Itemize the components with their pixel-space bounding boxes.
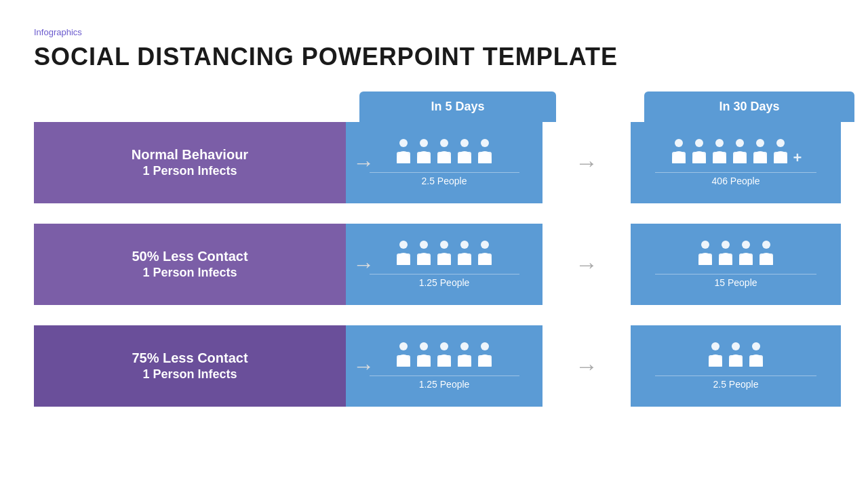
svg-rect-35 — [719, 253, 732, 265]
svg-rect-5 — [437, 152, 451, 163]
person-icon — [476, 342, 494, 370]
col-header-30days: In 30 Days — [644, 92, 854, 122]
people-icons — [395, 139, 494, 167]
column-headers: In 5 Days In 30 Days — [34, 92, 834, 122]
svg-point-40 — [399, 342, 408, 350]
svg-point-6 — [460, 139, 469, 147]
cell-30days: + 406 People — [631, 122, 841, 203]
svg-point-48 — [481, 342, 489, 350]
svg-point-22 — [399, 241, 408, 249]
svg-point-38 — [762, 241, 770, 249]
svg-rect-13 — [692, 152, 706, 163]
cell-5days-label: 2.5 People — [422, 176, 467, 186]
person-icon — [476, 241, 494, 268]
svg-rect-43 — [417, 355, 431, 367]
cell-30days: 15 People — [631, 224, 841, 305]
cell-5days-label: 1.25 People — [419, 277, 470, 288]
label-box: 50% Less Contact 1 Person Infects → — [34, 224, 346, 305]
svg-point-50 — [711, 342, 719, 350]
person-icon — [435, 342, 453, 370]
svg-rect-3 — [417, 152, 431, 163]
label-subtitle: 1 Person Infects — [142, 266, 237, 280]
row-spacer — [34, 214, 834, 224]
svg-point-54 — [752, 342, 760, 350]
svg-point-42 — [420, 342, 428, 350]
svg-rect-37 — [739, 253, 753, 265]
svg-point-52 — [732, 342, 740, 350]
col-header-5days: In 5 Days — [359, 92, 556, 122]
people-icons — [395, 342, 494, 370]
svg-rect-1 — [397, 152, 410, 163]
svg-rect-53 — [729, 355, 743, 367]
person-icon — [415, 342, 433, 370]
svg-rect-49 — [478, 355, 492, 367]
people-icons: + — [670, 139, 802, 167]
person-icon — [751, 139, 769, 167]
svg-rect-29 — [458, 253, 471, 265]
svg-point-28 — [460, 241, 469, 249]
person-icon — [435, 139, 453, 167]
label-subtitle: 1 Person Infects — [142, 367, 237, 382]
label-title: 75% Less Contact — [132, 350, 248, 366]
person-icon — [395, 139, 412, 167]
person-icon — [690, 139, 708, 167]
svg-point-26 — [440, 241, 448, 249]
label-box: 75% Less Contact 1 Person Infects → — [34, 325, 346, 407]
people-icons — [707, 342, 765, 370]
svg-point-14 — [715, 139, 724, 147]
person-icon — [747, 342, 765, 370]
rows-container: Normal Behaviour 1 Person Infects → — [34, 122, 834, 407]
label-box: Normal Behaviour 1 Person Infects → — [34, 122, 346, 203]
person-icon — [435, 241, 453, 268]
svg-rect-45 — [437, 355, 451, 367]
svg-point-30 — [481, 241, 489, 249]
person-icon — [737, 241, 755, 268]
svg-rect-17 — [733, 152, 747, 163]
person-icon — [717, 241, 734, 268]
person-icon — [711, 139, 728, 167]
cell-5days: 1.25 People — [346, 325, 542, 407]
svg-point-4 — [440, 139, 448, 147]
label-title: Normal Behaviour — [132, 147, 248, 163]
svg-rect-33 — [698, 253, 712, 265]
person-icon — [415, 241, 433, 268]
svg-point-24 — [420, 241, 428, 249]
svg-rect-11 — [672, 152, 686, 163]
person-icon — [415, 139, 433, 167]
people-icons — [696, 241, 775, 268]
cell-5days: 2.5 People — [346, 122, 542, 203]
svg-rect-19 — [753, 152, 767, 163]
data-row: 75% Less Contact 1 Person Infects → — [34, 325, 834, 407]
cell-30days-label: 2.5 People — [713, 379, 759, 390]
person-icon — [772, 139, 789, 167]
svg-rect-41 — [397, 355, 410, 367]
person-icon — [456, 342, 473, 370]
person-icon — [456, 241, 473, 268]
data-row: 50% Less Contact 1 Person Infects → — [34, 224, 834, 305]
breadcrumb: Infographics — [34, 27, 834, 37]
page: Infographics SOCIAL DISTANCING POWERPOIN… — [0, 0, 868, 488]
svg-point-46 — [460, 342, 469, 350]
mid-arrow: → — [542, 122, 631, 203]
svg-point-36 — [742, 241, 750, 249]
label-subtitle: 1 Person Infects — [142, 164, 237, 178]
svg-point-18 — [756, 139, 764, 147]
svg-rect-15 — [713, 152, 726, 163]
people-icons — [395, 241, 494, 268]
svg-point-44 — [440, 342, 448, 350]
svg-rect-47 — [458, 355, 471, 367]
mid-arrow: → — [542, 224, 631, 305]
svg-rect-21 — [774, 152, 787, 163]
svg-rect-27 — [437, 253, 451, 265]
svg-point-8 — [481, 139, 489, 147]
cell-30days-label: 406 People — [712, 176, 760, 186]
svg-point-10 — [675, 139, 683, 147]
cell-5days-label: 1.25 People — [419, 379, 470, 390]
data-row: Normal Behaviour 1 Person Infects → — [34, 122, 834, 203]
person-icon — [670, 139, 688, 167]
svg-point-0 — [399, 139, 408, 147]
person-icon — [395, 241, 412, 268]
person-icon — [456, 139, 473, 167]
svg-rect-25 — [417, 253, 431, 265]
mid-arrow: → — [542, 325, 631, 407]
